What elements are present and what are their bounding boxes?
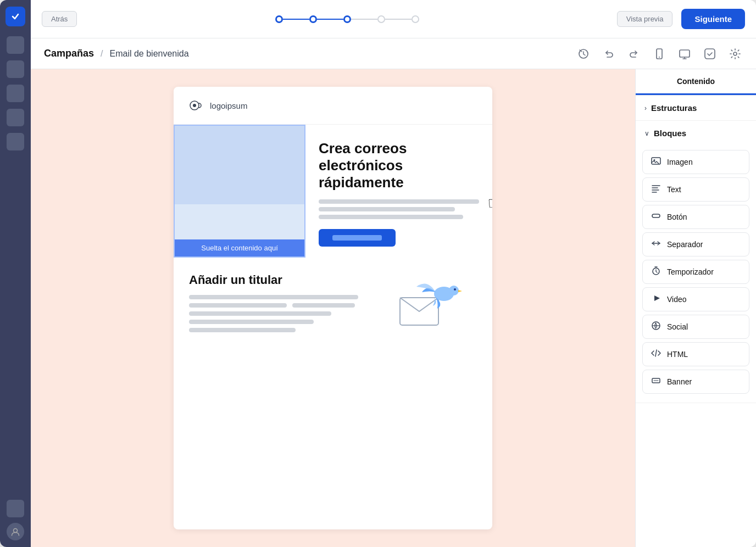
email-frame: logoipsum Suelta el contenido aquí Crea … — [174, 87, 492, 529]
s2-line-1 — [189, 295, 358, 299]
drop-label: Suelta el contenido aquí — [175, 239, 304, 256]
svg-rect-19 — [652, 214, 660, 217]
block-label-imagen: Imagen — [667, 158, 693, 166]
imagen-icon — [651, 156, 662, 168]
text-line-1 — [319, 199, 479, 204]
breadcrumb-title: Campañas — [44, 48, 94, 59]
email-text-block: Crea correos electrónicos rápidamente ☞ — [305, 125, 492, 258]
block-label-boton: Botón — [667, 213, 687, 221]
temporizador-icon — [651, 266, 662, 278]
step-line-3 — [351, 19, 377, 20]
topbar: Atrás — [31, 0, 756, 38]
check-icon[interactable] — [702, 46, 718, 62]
left-sidebar — [0, 0, 31, 547]
sidebar-nav-item-1[interactable] — [7, 36, 24, 54]
s2-line-6 — [189, 328, 296, 332]
tab-contenido[interactable]: Contenido — [636, 69, 756, 95]
block-temporizador[interactable]: Temporizador — [642, 260, 749, 284]
block-label-banner: Banner — [667, 377, 692, 386]
main-area: Atrás — [31, 0, 756, 547]
sidebar-nav-item-bottom[interactable] — [7, 500, 24, 517]
logo-text: logoipsum — [210, 101, 247, 110]
svg-point-14 — [449, 286, 459, 295]
breadcrumb-separator: / — [101, 49, 103, 59]
step-4 — [377, 15, 385, 23]
settings-icon[interactable] — [727, 46, 743, 62]
block-boton[interactable]: Botón — [642, 205, 749, 229]
history-icon[interactable] — [576, 46, 591, 62]
block-label-temporizador: Temporizador — [667, 267, 714, 276]
right-panel: Contenido › Estructuras ∨ Bloques — [635, 69, 756, 547]
email-button-inner — [332, 235, 382, 241]
breadcrumb-bar: Campañas / Email de bienvenida — [31, 38, 756, 69]
video-icon — [651, 293, 662, 305]
block-video[interactable]: Video — [642, 287, 749, 311]
bloques-arrow: ∨ — [644, 130, 649, 137]
email-section-1: Suelta el contenido aquí Crea correos el… — [174, 125, 492, 258]
s2-line-5 — [189, 320, 314, 324]
bloques-header[interactable]: ∨ Bloques — [636, 121, 756, 146]
svg-point-6 — [659, 57, 660, 58]
block-grid: Imagen Text Botón — [636, 146, 756, 403]
panel-tabs: Contenido — [636, 69, 756, 96]
sidebar-logo[interactable] — [5, 7, 25, 26]
step-3 — [343, 15, 351, 23]
sidebar-nav-item-4[interactable] — [7, 109, 24, 126]
section2-lines — [189, 295, 367, 332]
svg-point-1 — [277, 17, 281, 21]
block-text[interactable]: Text — [642, 177, 749, 202]
panel-section-bloques: ∨ Bloques Imagen — [636, 121, 756, 403]
sidebar-nav-item-3[interactable] — [7, 85, 24, 102]
block-label-separador: Separador — [667, 240, 703, 249]
s2-line-2 — [189, 303, 287, 308]
section2-title: Añadir un titular — [189, 273, 367, 287]
breadcrumb-subtitle: Email de bienvenida — [110, 49, 189, 59]
text-icon — [651, 183, 662, 196]
svg-point-9 — [733, 52, 737, 55]
estructuras-header[interactable]: › Estructuras — [636, 96, 756, 120]
avatar[interactable] — [7, 523, 24, 540]
step-line-2 — [317, 19, 343, 20]
block-banner[interactable]: Banner — [642, 370, 749, 394]
email-button[interactable] — [319, 229, 396, 247]
block-html[interactable]: HTML — [642, 342, 749, 366]
panel-section-estructuras: › Estructuras — [636, 96, 756, 121]
block-imagen[interactable]: Imagen — [642, 150, 749, 174]
block-social[interactable]: Social — [642, 315, 749, 339]
mobile-preview-icon[interactable] — [652, 46, 667, 62]
html-icon — [651, 348, 662, 360]
text-lines — [319, 199, 479, 219]
block-separador[interactable]: Separador — [642, 232, 749, 256]
step-line-1 — [283, 19, 309, 20]
svg-point-3 — [345, 17, 349, 21]
section2-text: Añadir un titular — [189, 273, 367, 339]
svg-point-16 — [454, 288, 456, 291]
step-1 — [275, 15, 283, 23]
banner-icon — [651, 376, 662, 388]
undo-icon[interactable] — [601, 46, 616, 62]
s2-line-3 — [292, 303, 354, 308]
svg-marker-15 — [458, 290, 462, 292]
email-heading: Crea correos electrónicos rápidamente — [319, 140, 479, 192]
back-button[interactable]: Atrás — [42, 11, 77, 27]
section2-illustration — [378, 273, 477, 339]
bloques-title: Bloques — [654, 129, 686, 138]
preview-button[interactable]: Vista previa — [617, 11, 673, 27]
step-2 — [309, 15, 317, 23]
email-header: logoipsum — [174, 87, 492, 125]
svg-marker-22 — [654, 295, 660, 301]
svg-rect-8 — [705, 49, 715, 59]
next-button[interactable]: Siguiente — [681, 9, 745, 29]
block-label-text: Text — [667, 185, 681, 194]
sidebar-nav-item-2[interactable] — [7, 60, 24, 78]
svg-point-2 — [311, 17, 315, 21]
svg-point-0 — [14, 529, 18, 533]
editor-area: logoipsum Suelta el contenido aquí Crea … — [31, 69, 756, 547]
logo-icon — [189, 98, 204, 113]
svg-rect-17 — [652, 158, 660, 164]
redo-icon[interactable] — [626, 46, 642, 62]
image-drop-zone[interactable]: Suelta el contenido aquí — [174, 125, 305, 258]
svg-point-11 — [193, 104, 196, 107]
desktop-preview-icon[interactable] — [677, 46, 692, 62]
sidebar-nav-item-5[interactable] — [7, 133, 24, 150]
